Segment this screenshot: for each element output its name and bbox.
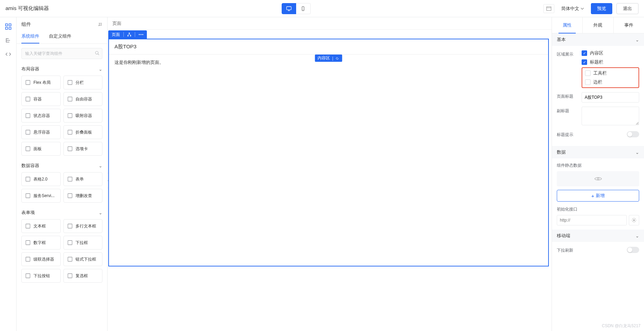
input-page-title[interactable] [582,92,639,103]
device-desktop-button[interactable] [282,3,296,14]
component-item[interactable]: 吸附容器 [63,109,103,123]
component-label: 增删改查 [76,193,92,199]
svg-rect-38 [68,274,72,278]
region-tag[interactable]: 内容区 | [315,55,342,62]
device-switch [49,3,543,14]
component-label: 自由容器 [76,96,92,102]
component-group-header[interactable]: 表单项⌄ [21,207,102,219]
svg-rect-23 [26,130,30,134]
svg-rect-19 [26,97,30,101]
search-icon [95,51,100,56]
svg-line-16 [98,54,99,55]
component-item[interactable]: Flex 布局 [21,76,61,89]
tab-appearance[interactable]: 外观 [582,17,613,33]
checkbox-icon [585,79,591,85]
svg-rect-25 [26,147,30,151]
checkbox-aside-region[interactable]: 边栏 [585,79,636,85]
language-select[interactable]: 简体中文 [559,4,587,13]
switch-title-tip[interactable] [627,131,639,137]
component-icon [67,130,73,135]
component-item[interactable]: 级联选择器 [21,252,61,266]
component-icon [25,177,31,182]
tab-custom-components[interactable]: 自定义组件 [49,30,71,43]
selection-more-button[interactable] [135,30,147,39]
component-item[interactable]: 数字框 [21,236,61,250]
static-data-preview[interactable] [557,171,639,186]
checkbox-icon: ✓ [582,59,587,65]
tab-events[interactable]: 事件 [613,17,644,33]
selection-tree-button[interactable] [124,30,135,39]
component-item[interactable]: 表单 [63,172,103,186]
section-basic-header[interactable]: 基本 ⌄ [552,33,644,46]
selection-label[interactable]: 页面 [108,30,123,39]
svg-rect-27 [26,177,30,181]
component-label: 吸附容器 [76,113,92,119]
component-item[interactable]: 链式下拉框 [63,252,103,266]
pin-button[interactable] [98,22,102,27]
svg-rect-5 [547,7,551,10]
component-icon [67,240,73,245]
component-label: 悬浮容器 [33,129,50,135]
svg-rect-21 [26,114,30,118]
label-init-api: 初始化接口 [557,206,639,212]
checkbox-title-region[interactable]: ✓ 标题栏 [582,59,639,65]
top-header: amis 可视化编辑器 简体中文 预览 退出 [0,0,644,17]
component-search-input[interactable] [21,48,102,59]
component-item[interactable]: 折叠面板 [63,125,103,139]
svg-point-49 [597,178,599,180]
component-icon [25,193,31,198]
component-item[interactable]: 分栏 [63,76,103,89]
component-item[interactable]: 状态容器 [21,109,61,123]
component-label: 面板 [33,146,42,152]
device-mobile-button[interactable] [296,3,311,14]
switch-pull-refresh[interactable] [627,247,639,253]
component-item[interactable]: 悬浮容器 [21,125,61,139]
canvas-selection-toolbar: 页面 [108,30,147,39]
component-group-header[interactable]: 布局容器⌄ [21,63,102,76]
component-item[interactable]: 下拉框 [63,236,103,250]
rail-outline-icon[interactable] [4,37,12,44]
input-subtitle[interactable] [582,107,639,125]
svg-rect-31 [26,224,30,228]
component-item[interactable]: 复选框 [63,269,103,283]
component-label: 服务Servi... [33,193,54,199]
component-icon [25,130,31,135]
component-item[interactable]: 下拉按钮 [21,269,61,283]
tab-properties[interactable]: 属性 [552,17,582,33]
component-label: 链式下拉框 [76,256,96,262]
section-data-header[interactable]: 数据 ⌄ [552,146,644,158]
input-init-api[interactable] [557,215,627,225]
page-title-bar[interactable]: A股TOP3 [109,39,548,55]
component-item[interactable]: 多行文本框 [63,219,103,233]
component-label: 表格2.0 [33,176,48,182]
component-item[interactable]: 增删改查 [63,189,103,203]
add-data-button[interactable]: + 新增 [557,190,639,202]
checkbox-icon: ✓ [582,50,587,56]
canvas-page[interactable]: A股TOP3 内容区 | 这是你刚刚新增的页面。 [108,39,549,266]
component-item[interactable]: 选项卡 [63,142,103,156]
svg-rect-22 [68,114,72,118]
checkbox-content-region[interactable]: ✓ 内容区 [582,50,639,56]
component-item[interactable]: 自由容器 [63,92,103,106]
grid-icon [5,23,11,30]
exit-button[interactable]: 退出 [616,3,638,14]
component-item[interactable]: 容器 [21,92,61,106]
component-icon [67,80,73,85]
component-item[interactable]: 文本框 [21,219,61,233]
checkbox-icon [585,70,591,76]
component-item[interactable]: 表格2.0 [21,172,61,186]
tab-system-components[interactable]: 系统组件 [21,30,39,43]
component-group-header[interactable]: 数据容器⌄ [21,160,102,172]
api-settings-button[interactable] [629,215,639,225]
svg-rect-34 [68,241,72,245]
section-mobile-header[interactable]: 移动端 ⌄ [552,230,644,242]
svg-point-50 [633,220,635,221]
component-item[interactable]: 服务Servi... [21,189,61,203]
gear-icon [632,218,636,223]
checkbox-toolbar-region[interactable]: 工具栏 [585,70,636,76]
preview-button[interactable]: 预览 [591,3,612,14]
layout-toggle-button[interactable] [543,4,554,13]
rail-code-icon[interactable] [4,50,12,58]
rail-components-icon[interactable] [4,23,12,30]
component-item[interactable]: 面板 [21,142,61,156]
